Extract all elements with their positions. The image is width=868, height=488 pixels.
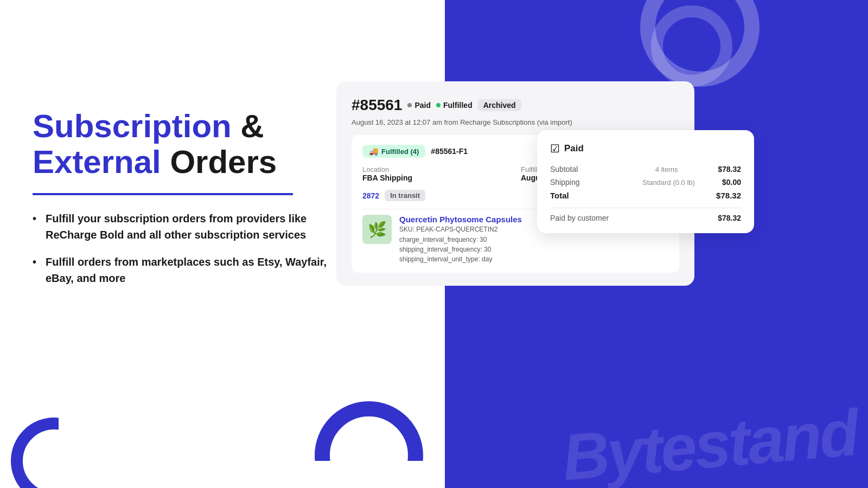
paid-badge: Paid — [407, 101, 431, 110]
tracking-status: In transit — [385, 190, 425, 201]
card-area: #85561 Paid Fulfilled Archived August 16… — [336, 81, 694, 286]
product-emoji: 🌿 — [368, 221, 387, 239]
fulfillment-id: #85561-F1 — [431, 147, 468, 156]
order-number: #85561 — [352, 97, 402, 114]
location-value: FBA Shipping — [362, 174, 510, 182]
headline-word2: External — [33, 144, 161, 180]
headline-divider — [33, 193, 293, 195]
product-meta1: charge_interval_frequency: 30 — [399, 235, 592, 245]
fulfillment-badge-label: Fulfilled (4) — [381, 147, 419, 156]
headline-word1: Subscription — [33, 108, 232, 144]
truck-icon: 🚚 — [369, 147, 378, 156]
fulfilled-dot — [436, 103, 441, 107]
archived-badge: Archived — [478, 99, 521, 111]
fulfilled-label: Fulfilled — [443, 101, 473, 110]
product-meta3: shipping_interval_unit_type: day — [399, 254, 592, 264]
order-header: #85561 Paid Fulfilled Archived — [352, 97, 679, 114]
fulfillment-badge: 🚚 Fulfilled (4) — [362, 145, 425, 158]
total-label: Total — [550, 191, 569, 200]
payment-header: ☑ Paid — [550, 142, 741, 155]
product-meta2: shipping_interval_frequency: 30 — [399, 245, 592, 254]
order-meta: August 16, 2023 at 12:07 am from Recharg… — [352, 118, 679, 126]
headline-connector: & — [240, 108, 264, 144]
fulfilled-badge: Fulfilled — [436, 101, 473, 110]
paid-dot — [407, 103, 412, 107]
location-group: Location FBA Shipping — [362, 165, 510, 182]
paid-check-icon: ☑ — [550, 142, 560, 155]
subtotal-amount: $78.32 — [718, 165, 741, 174]
deco-circle-small — [651, 5, 732, 87]
bullet-item-2: Fulfill orders from marketplaces such as… — [33, 254, 336, 286]
shipping-amount: $0.00 — [722, 178, 741, 187]
total-row: Total $78.32 — [550, 191, 741, 200]
shipping-label: Shipping — [550, 178, 615, 187]
tracking-link[interactable]: 2872 — [362, 191, 379, 200]
location-label: Location — [362, 165, 510, 174]
feature-list: Fulfill your subscription orders from pr… — [33, 210, 336, 286]
bullet-item-1: Fulfill your subscription orders from pr… — [33, 210, 336, 243]
product-image: 🌿 — [362, 215, 392, 244]
shipping-row: Shipping Standard (0.0 lb) $0.00 — [550, 178, 741, 187]
paid-by-label: Paid by customer — [550, 214, 609, 222]
total-amount: $78.32 — [716, 191, 741, 200]
subtotal-desc: 4 items — [615, 165, 718, 174]
deco-arc-bottom-left — [11, 418, 98, 488]
headline: Subscription & External Orders — [33, 108, 336, 180]
headline-word3: Orders — [170, 144, 277, 180]
payment-status: Paid — [564, 143, 584, 154]
payment-divider — [550, 208, 741, 208]
shipping-desc: Standard (0.0 lb) — [615, 178, 722, 187]
left-content: Subscription & External Orders Fulfill y… — [33, 108, 336, 297]
subtotal-row: Subtotal 4 items $78.32 — [550, 165, 741, 174]
payment-card: ☑ Paid Subtotal 4 items $78.32 Shipping … — [537, 130, 754, 233]
paid-label: Paid — [414, 101, 431, 110]
subtotal-label: Subtotal — [550, 165, 615, 174]
paid-by-amount: $78.32 — [718, 214, 741, 222]
deco-arc-bottom-mid — [315, 401, 423, 488]
paid-by-row: Paid by customer $78.32 — [550, 214, 741, 222]
